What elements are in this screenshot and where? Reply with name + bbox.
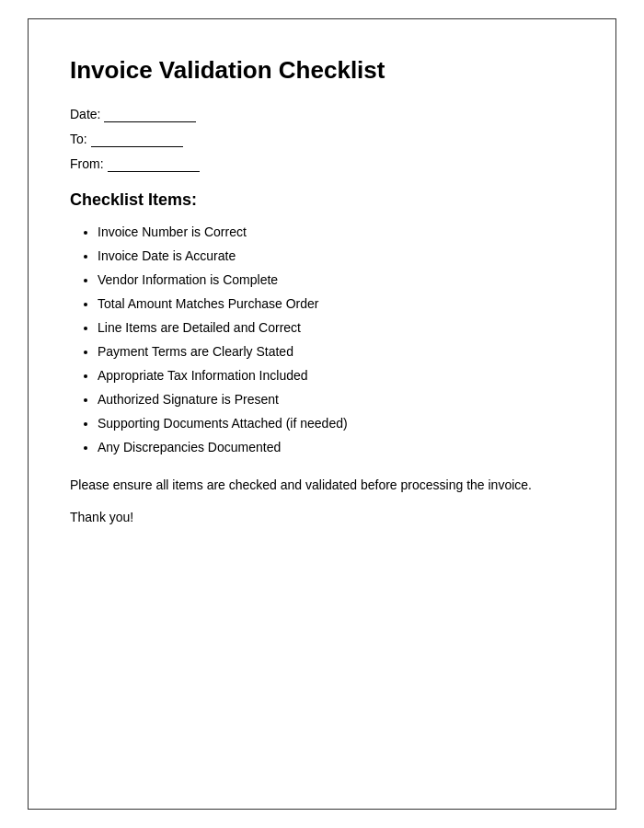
- to-input[interactable]: [91, 132, 183, 147]
- checklist-item: Line Items are Detailed and Correct: [98, 318, 574, 338]
- checklist-item: Invoice Date is Accurate: [98, 247, 574, 266]
- from-row: From:: [70, 156, 574, 172]
- date-label: Date:: [70, 107, 100, 121]
- from-label: From:: [70, 156, 104, 171]
- checklist-item: Appropriate Tax Information Included: [98, 366, 574, 385]
- checklist-item: Supporting Documents Attached (if needed…: [98, 414, 574, 433]
- footer-note: Please ensure all items are checked and …: [70, 476, 574, 495]
- page-wrapper: Invoice Validation Checklist Date: To: F…: [0, 0, 644, 828]
- checklist-heading: Checklist Items:: [70, 190, 574, 210]
- document-title: Invoice Validation Checklist: [70, 56, 574, 85]
- checklist-item: Invoice Number is Correct: [98, 223, 574, 242]
- checklist-item: Any Discrepancies Documented: [98, 438, 574, 457]
- checklist-item: Authorized Signature is Present: [98, 390, 574, 409]
- checklist-item: Total Amount Matches Purchase Order: [98, 294, 574, 314]
- to-label: To:: [70, 132, 87, 146]
- date-row: Date:: [70, 107, 574, 122]
- from-input[interactable]: [108, 156, 200, 172]
- date-input[interactable]: [104, 107, 196, 122]
- to-row: To:: [70, 132, 574, 147]
- document: Invoice Validation Checklist Date: To: F…: [28, 18, 616, 810]
- checklist-item: Payment Terms are Clearly Stated: [98, 342, 574, 362]
- checklist-item: Vendor Information is Complete: [98, 270, 574, 290]
- thank-you-text: Thank you!: [70, 510, 574, 524]
- checklist-list: Invoice Number is CorrectInvoice Date is…: [70, 223, 574, 457]
